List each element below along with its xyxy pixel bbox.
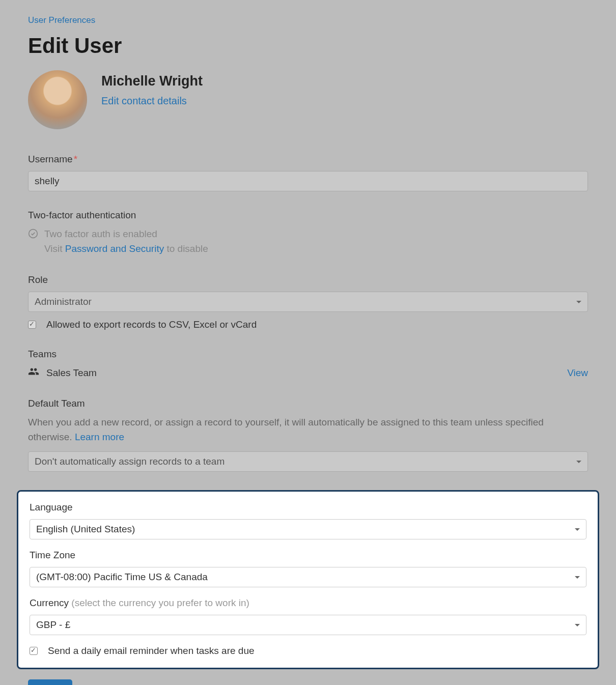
default-team-help: When you add a new record, or assign a r… — [28, 415, 588, 444]
default-team-section: Default Team When you add a new record, … — [28, 398, 588, 472]
export-checkbox-label: Allowed to export records to CSV, Excel … — [46, 319, 257, 330]
breadcrumb[interactable]: User Preferences — [28, 15, 588, 25]
username-label-text: Username — [28, 154, 73, 164]
user-full-name: Michelle Wright — [101, 73, 203, 89]
username-input[interactable]: shelly — [28, 171, 588, 191]
chevron-down-icon — [575, 624, 580, 626]
page-title: Edit User — [28, 34, 588, 58]
role-section: Role Administrator Allowed to export rec… — [28, 274, 588, 330]
reminder-checkbox[interactable] — [30, 647, 38, 655]
timezone-select[interactable]: (GMT-08:00) Pacific Time US & Canada — [30, 567, 586, 587]
svg-point-0 — [29, 230, 38, 238]
export-checkbox[interactable] — [28, 321, 36, 329]
default-team-select[interactable]: Don't automatically assign records to a … — [28, 451, 588, 472]
username-value: shelly — [35, 176, 60, 187]
default-team-label: Default Team — [28, 398, 588, 409]
currency-value: GBP - £ — [36, 619, 70, 631]
language-value: English (United States) — [36, 524, 135, 535]
tfa-section: Two-factor authentication Two factor aut… — [28, 210, 588, 256]
required-indicator: * — [74, 154, 77, 164]
reminder-checkbox-row[interactable]: Send a daily email reminder when tasks a… — [30, 645, 586, 657]
tfa-status-text: Two factor auth is enabled Visit Passwor… — [44, 227, 208, 256]
tfa-visit-prefix: Visit — [44, 243, 65, 254]
export-checkbox-row[interactable]: Allowed to export records to CSV, Excel … — [28, 319, 588, 330]
check-circle-icon — [28, 229, 38, 239]
chevron-down-icon — [576, 301, 581, 303]
teams-section: Teams Sales Team View — [28, 349, 588, 380]
password-security-link[interactable]: Password and Security — [65, 243, 164, 254]
currency-label: Currency (select the currency you prefer… — [30, 597, 586, 609]
tfa-visit-suffix: to disable — [164, 243, 208, 254]
currency-label-text: Currency — [30, 597, 71, 608]
chevron-down-icon — [575, 528, 580, 531]
locale-settings-box: Language English (United States) Time Zo… — [17, 490, 599, 669]
timezone-value: (GMT-08:00) Pacific Time US & Canada — [36, 572, 208, 583]
edit-contact-link[interactable]: Edit contact details — [101, 95, 203, 107]
view-team-link[interactable]: View — [567, 367, 588, 379]
default-team-value: Don't automatically assign records to a … — [35, 456, 225, 467]
currency-select[interactable]: GBP - £ — [30, 615, 586, 635]
role-label: Role — [28, 274, 588, 286]
username-label: Username* — [28, 154, 588, 165]
save-button[interactable]: Save — [28, 679, 72, 685]
reminder-checkbox-label: Send a daily email reminder when tasks a… — [48, 645, 255, 657]
tfa-label: Two-factor authentication — [28, 210, 588, 221]
currency-hint: (select the currency you prefer to work … — [71, 597, 249, 608]
team-name: Sales Team — [46, 367, 97, 379]
username-section: Username* shelly — [28, 154, 588, 191]
language-label: Language — [30, 502, 586, 513]
timezone-label: Time Zone — [30, 550, 586, 561]
teams-label: Teams — [28, 349, 588, 360]
role-select[interactable]: Administrator — [28, 292, 588, 312]
avatar[interactable] — [28, 70, 87, 129]
learn-more-link[interactable]: Learn more — [75, 432, 124, 442]
chevron-down-icon — [575, 576, 580, 579]
language-select[interactable]: English (United States) — [30, 519, 586, 539]
tfa-enabled-text: Two factor auth is enabled — [44, 227, 208, 242]
team-icon — [28, 366, 39, 380]
chevron-down-icon — [576, 461, 581, 463]
user-header: Michelle Wright Edit contact details — [28, 70, 588, 129]
role-value: Administrator — [35, 296, 92, 307]
